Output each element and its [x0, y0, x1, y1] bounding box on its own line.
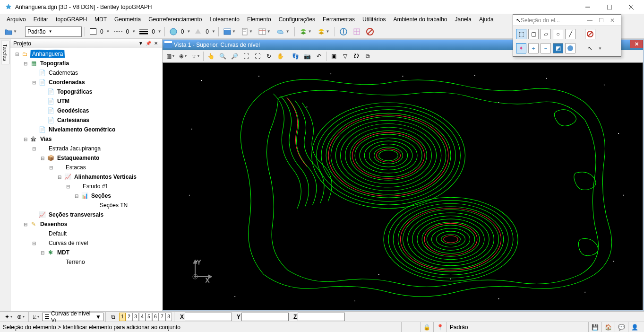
status-lock-icon[interactable]: 🔒 [420, 322, 433, 332]
tree-expander[interactable]: ⊟ [57, 175, 62, 180]
tree-node[interactable]: ⊟📦Estaqueamento [10, 153, 162, 163]
fit-view-icon[interactable]: ⛶ [252, 51, 263, 61]
tree-expander[interactable]: ⊟ [23, 61, 28, 66]
menu-ambiente do trabalho[interactable]: Ambiente do trabalho [390, 15, 450, 24]
select-add-icon[interactable]: ＋ [528, 43, 539, 53]
status-pin-icon[interactable]: 📍 [433, 322, 447, 332]
grid-button[interactable] [351, 26, 362, 37]
view-number-6[interactable]: 6 [152, 313, 159, 321]
tree-node[interactable]: Terreno [10, 257, 162, 267]
menu-utilitários[interactable]: Utilitários [360, 15, 388, 24]
tree-node[interactable]: ⊟Curvas de nível [10, 238, 162, 248]
tree-expander[interactable]: ⊟ [31, 146, 37, 151]
menu-mdt[interactable]: MDT [92, 15, 110, 24]
tree-node[interactable]: ⊟Estudo #1 [10, 182, 162, 191]
menu-geometria[interactable]: Geometria [112, 15, 144, 24]
menu-ferramentas[interactable]: Ferramentas [320, 15, 358, 24]
menu-georreferenciamento[interactable]: Georreferenciamento [146, 15, 205, 24]
view-number-8[interactable]: 8 [165, 313, 172, 321]
accudraw-button[interactable]: ⟀▾ [31, 312, 41, 322]
tree-node[interactable]: Seções TN [10, 201, 162, 210]
menu-editar[interactable]: Editar [31, 15, 51, 24]
zoom-in-icon[interactable]: 🔍 [217, 51, 228, 61]
no-entry-button[interactable] [364, 26, 376, 37]
select-rect-icon[interactable]: ⬚ [516, 29, 526, 39]
coord-x-input[interactable] [185, 313, 232, 321]
view-brightness-button[interactable]: ☼▾ [189, 51, 201, 61]
select-icon[interactable]: 👆 [206, 51, 216, 61]
coord-z-input[interactable] [298, 313, 345, 321]
tool-window-close[interactable]: ✕ [607, 17, 618, 24]
tree-node[interactable]: ⊟❃MDT [10, 248, 162, 257]
locks-button[interactable]: ⊕▾ [15, 312, 26, 322]
tree-node[interactable]: 📄Nivelamento Geométrico [10, 125, 162, 134]
status-home-icon[interactable]: 🏠 [601, 322, 615, 332]
cloud-button[interactable]: ▼ [275, 26, 292, 37]
status-level[interactable]: Padrão [447, 322, 588, 332]
tree-expander[interactable]: ⊟ [23, 222, 28, 227]
transparency-button[interactable] [192, 26, 204, 37]
status-chat-icon[interactable]: 💬 [615, 322, 628, 332]
view-refresh-icon[interactable]: 🗘 [351, 51, 361, 61]
layers-button[interactable]: ▼ [298, 26, 314, 37]
view-group-button[interactable]: ⧉ [108, 312, 118, 322]
menu-configurações[interactable]: Configurações [276, 15, 318, 24]
tool-window-maximize[interactable]: ☐ [595, 17, 607, 24]
view-number-5[interactable]: 5 [146, 313, 152, 321]
view-number-7[interactable]: 7 [159, 313, 165, 321]
tree-expander[interactable]: ⊟ [74, 193, 79, 199]
tree-node[interactable]: ⊟▦Topografia [10, 59, 162, 68]
view-attributes-button[interactable]: ▥▾ [164, 51, 176, 61]
walk-icon[interactable]: 👣 [290, 51, 301, 61]
tree-node[interactable]: 📄Cadernetas [10, 68, 162, 78]
tree-node[interactable]: ⊟Estacas [10, 163, 162, 172]
tree-node[interactable]: 📄Topográficas [10, 87, 162, 96]
view-copy-icon[interactable]: ⧉ [362, 51, 373, 61]
view-close-button[interactable]: ✕ [630, 40, 643, 48]
info-button[interactable]: i [338, 26, 349, 37]
open-button[interactable]: ▼ [3, 26, 19, 37]
menu-janela[interactable]: Janela [452, 15, 474, 24]
document-button[interactable]: ▼ [240, 26, 255, 37]
menu-topograph[interactable]: topoGRAPH [53, 15, 90, 24]
tool-window-minimize[interactable]: — [584, 17, 595, 24]
panel-pin-button[interactable]: 📌 [145, 40, 152, 47]
select-invert-icon[interactable]: ◩ [553, 43, 563, 53]
tree-expander[interactable]: ⊟ [31, 80, 37, 85]
view-number-1[interactable]: 1 [119, 313, 126, 321]
view-number-2[interactable]: 2 [126, 313, 132, 321]
select-subtract-icon[interactable]: － [541, 43, 551, 53]
tree-node[interactable]: ⊟📄Coordenadas [10, 78, 162, 87]
view-prev-icon[interactable]: ↶ [314, 51, 324, 61]
globe-button[interactable] [168, 26, 179, 37]
maximize-button[interactable] [599, 0, 620, 14]
tree-node[interactable]: 📄UTM [10, 96, 162, 106]
select-pointer-icon[interactable]: ↖ [585, 43, 595, 53]
tree-expander[interactable]: ⊟ [14, 52, 20, 57]
select-all-icon[interactable] [565, 43, 575, 53]
tree-node[interactable]: ⊟📊Seções [10, 191, 162, 201]
tree-expander[interactable]: ⊟ [48, 165, 54, 170]
select-square-icon[interactable]: ▢ [528, 29, 539, 39]
tree-node[interactable]: ⊟🛣Vias [10, 134, 162, 144]
status-save-icon[interactable]: 💾 [588, 322, 601, 332]
view-canvas[interactable]: YX [163, 62, 643, 310]
zoom-out-icon[interactable]: 🔎 [229, 51, 240, 61]
select-pointer-menu[interactable]: ▼ [598, 46, 602, 51]
active-level-combo[interactable]: ☰ Curvas de nível Vi ▼ [42, 313, 103, 321]
tree-expander[interactable]: ⊟ [23, 137, 28, 142]
menu-ajuda[interactable]: Ajuda [476, 15, 497, 24]
view-number-3[interactable]: 3 [132, 313, 139, 321]
select-line-icon[interactable]: ╱ [565, 29, 575, 39]
tree-expander[interactable]: ⊟ [40, 250, 45, 255]
select-circle-icon[interactable]: ○ [553, 29, 563, 39]
line-style-button[interactable] [112, 26, 124, 37]
panel-menu-button[interactable]: ▼ [137, 40, 144, 47]
menu-elemento[interactable]: Elemento [244, 15, 274, 24]
tree-node[interactable]: 📄Cartesianas [10, 115, 162, 125]
menu-arquivo[interactable]: Arquivo [4, 15, 29, 24]
minimize-button[interactable] [577, 0, 599, 14]
tree-expander[interactable]: ⊟ [65, 184, 71, 189]
rotate-icon[interactable]: ↻ [264, 51, 274, 61]
select-parallelogram-icon[interactable]: ▱ [541, 29, 551, 39]
